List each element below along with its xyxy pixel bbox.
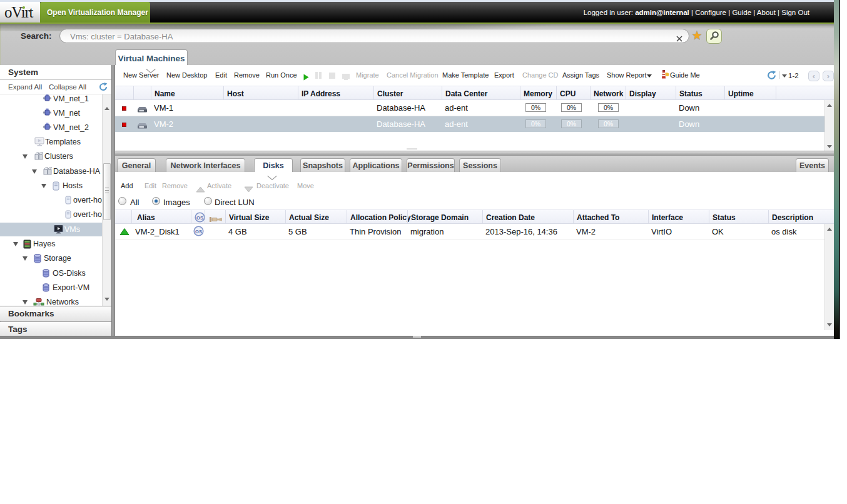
svg-text:OS: OS <box>195 229 202 234</box>
svg-text:OS: OS <box>196 215 203 221</box>
